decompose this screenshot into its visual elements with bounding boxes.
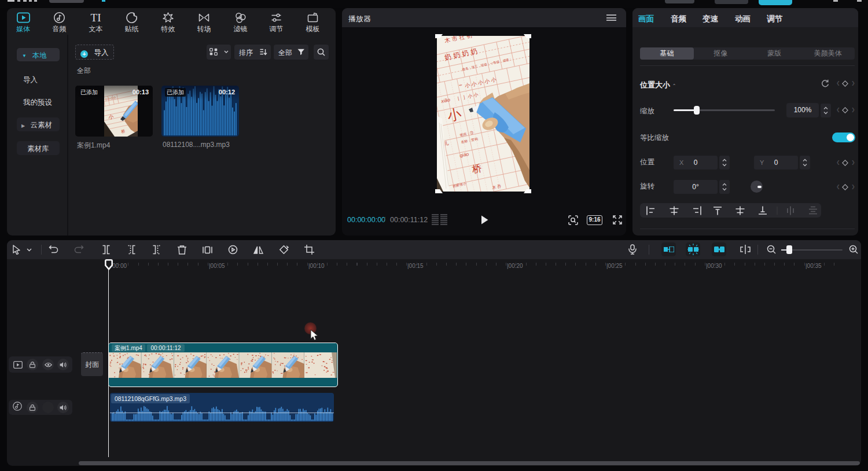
svg-text:小: 小 <box>107 113 114 120</box>
